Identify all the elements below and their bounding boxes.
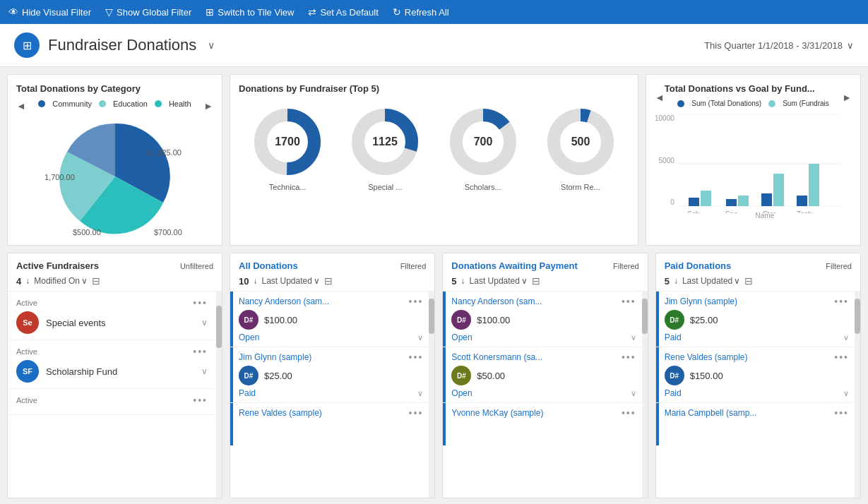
dm-2[interactable]: ••• <box>409 352 424 363</box>
svg-text:$500.00: $500.00 <box>73 228 101 236</box>
dap-se-1[interactable]: ∨ <box>631 333 636 342</box>
dap-m-1[interactable]: ••• <box>622 296 636 307</box>
svg-rect-26 <box>809 164 819 206</box>
af-filter-icon[interactable]: ⊟ <box>92 275 100 287</box>
ad-sort-btn[interactable]: Last Updated ∨ <box>261 276 319 286</box>
dap-s-1[interactable]: Open <box>451 332 472 342</box>
list-item: Active ••• SF Scholarship Fund ∨ <box>8 340 216 389</box>
donations-awaiting-panel: Donations Awaiting Payment Filtered 5 ↓ … <box>442 253 648 498</box>
dap-n-3[interactable]: Yvonne McKay (sample) <box>451 408 543 418</box>
app-icon: ⊞ <box>14 32 40 58</box>
ad-filter-icon[interactable]: ⊟ <box>324 275 333 287</box>
pd-filter-icon[interactable]: ⊟ <box>744 275 753 287</box>
bar-legend-label-1: Sum (Total Donations) <box>691 100 761 107</box>
dap-count: 5 <box>451 276 456 287</box>
dap-panel-body: Nancy Anderson (sam... ••• D# $100.00 Op… <box>443 292 647 498</box>
li-menu-3[interactable]: ••• <box>193 395 208 406</box>
pd-se-1[interactable]: ∨ <box>843 333 849 342</box>
li-expand-2[interactable]: ∨ <box>201 366 208 376</box>
pie-chart-card: Total Donations by Category ◄ Community … <box>7 74 222 246</box>
dap-n-2[interactable]: Scott Konersmann (sa... <box>451 352 542 362</box>
pd-b-1: D# $25.00 <box>665 310 849 330</box>
date-dropdown-icon: ∨ <box>847 40 854 51</box>
dh-1: Nancy Anderson (sam... ••• <box>239 296 423 307</box>
donation-item: Rene Valdes (sample) ••• D# $150.00 Paid… <box>656 347 855 402</box>
header-left: ⊞ Fundraiser Donations ∨ <box>14 32 215 58</box>
panels-row: Active Fundraisers Unfiltered 4 ↓ Modifi… <box>7 253 861 498</box>
donation-item: Nancy Anderson (sam... ••• D# $100.00 Op… <box>230 292 429 347</box>
dap-s-2[interactable]: Open <box>451 388 472 398</box>
ds-1[interactable]: Open <box>239 332 259 342</box>
hide-visual-filter-btn[interactable]: 👁 Hide Visual Filter <box>8 6 91 18</box>
pd-sort-btn[interactable]: Last Updated ∨ <box>682 276 740 286</box>
dap-b-1: D# $100.00 <box>451 310 636 330</box>
pd-amt-1: $25.00 <box>690 315 718 325</box>
all-donations-panel: All Donations Filtered 10 ↓ Last Updated… <box>230 253 435 498</box>
date-range[interactable]: This Quarter 1/1/2018 - 3/31/2018 ∨ <box>704 40 854 51</box>
dap-scrollbar[interactable] <box>642 292 648 498</box>
filter-icon: ▽ <box>105 6 113 18</box>
dm-3[interactable]: ••• <box>409 407 424 419</box>
pd-n-3[interactable]: Maria Campbell (samp... <box>665 408 757 418</box>
pd-n-2[interactable]: Rene Valdes (sample) <box>665 352 748 362</box>
dap-amt-1: $100.00 <box>477 315 510 325</box>
bar-next-btn[interactable]: ► <box>842 92 852 103</box>
eye-icon: 👁 <box>8 6 18 18</box>
donation-item: Rene Valdes (sample) ••• <box>230 402 429 445</box>
li-menu-1[interactable]: ••• <box>193 297 208 308</box>
li-menu-2[interactable]: ••• <box>193 346 208 357</box>
dn-1[interactable]: Nancy Anderson (sam... <box>239 296 329 306</box>
bar-prev-btn[interactable]: ◄ <box>655 92 665 103</box>
pd-m-3[interactable]: ••• <box>834 407 849 419</box>
dap-se-2[interactable]: ∨ <box>631 389 636 398</box>
pd-sort-field: Last Updated <box>682 276 732 286</box>
show-global-filter-btn[interactable]: ▽ Show Global Filter <box>105 6 191 18</box>
svg-text:1,700.00: 1,700.00 <box>44 173 75 181</box>
li-avatar-1: Se <box>16 311 39 334</box>
dn-3[interactable]: Rene Valdes (sample) <box>239 408 322 418</box>
legend-health-label: Health <box>169 100 191 108</box>
af-sort-btn[interactable]: Modified On ∨ <box>34 276 88 286</box>
pd-m-2[interactable]: ••• <box>834 352 849 363</box>
pd-scrollbar[interactable] <box>855 292 860 498</box>
pd-s-1[interactable]: Paid <box>665 332 682 342</box>
pie-prev-btn[interactable]: ◄ <box>16 100 26 112</box>
set-as-default-btn[interactable]: ⇄ Set As Default <box>308 6 378 18</box>
dh-3: Rene Valdes (sample) ••• <box>239 407 423 419</box>
ad-count: 10 <box>239 276 249 287</box>
dap-m-2[interactable]: ••• <box>622 352 636 363</box>
dap-sort-btn[interactable]: Last Updated ∨ <box>470 276 528 286</box>
pd-s-2[interactable]: Paid <box>665 388 682 398</box>
dn-2[interactable]: Jim Glynn (sample) <box>239 352 311 362</box>
af-sort-field: Modified On <box>34 276 80 286</box>
dm-1[interactable]: ••• <box>409 296 424 307</box>
af-controls: 4 ↓ Modified On ∨ ⊟ <box>16 275 213 287</box>
refresh-all-btn[interactable]: ↻ Refresh All <box>393 6 449 18</box>
dap-n-1[interactable]: Nancy Anderson (sam... <box>451 296 542 306</box>
y-label-2: 5000 <box>659 157 674 164</box>
ds-2[interactable]: Paid <box>239 388 256 398</box>
se-2[interactable]: ∨ <box>417 389 423 398</box>
da-header: Donations Awaiting Payment Filtered 5 ↓ … <box>443 253 647 292</box>
dap-a-2: D# <box>451 366 471 385</box>
pd-m-1[interactable]: ••• <box>834 296 849 307</box>
se-1[interactable]: ∨ <box>417 333 423 342</box>
dap-m-3[interactable]: ••• <box>622 407 636 419</box>
title-dropdown-icon[interactable]: ∨ <box>208 40 215 51</box>
refresh-label: Refresh All <box>405 7 449 18</box>
damt-1: $100.00 <box>264 315 297 325</box>
pie-next-btn[interactable]: ► <box>203 100 213 112</box>
switch-tile-view-btn[interactable]: ⊞ Switch to Tile View <box>206 6 294 18</box>
dap-sort-down-icon: ∨ <box>521 276 528 286</box>
pd-n-1[interactable]: Jim Glynn (sample) <box>665 296 737 306</box>
pd-se-2[interactable]: ∨ <box>843 389 849 398</box>
dap-filter-icon[interactable]: ⊟ <box>532 275 540 287</box>
af-panel-body: Active ••• Se Special events ∨ Active <box>8 292 222 498</box>
panel-title-row-af: Active Fundraisers Unfiltered <box>16 260 213 271</box>
list-item: Active ••• Se Special events ∨ <box>8 292 216 340</box>
pd-sr-1: Paid ∨ <box>665 332 849 342</box>
li-expand-1[interactable]: ∨ <box>201 318 208 328</box>
ad-scrollbar[interactable] <box>429 292 434 498</box>
af-scrollbar[interactable] <box>216 292 222 498</box>
ad-sort-field: Last Updated <box>261 276 311 286</box>
